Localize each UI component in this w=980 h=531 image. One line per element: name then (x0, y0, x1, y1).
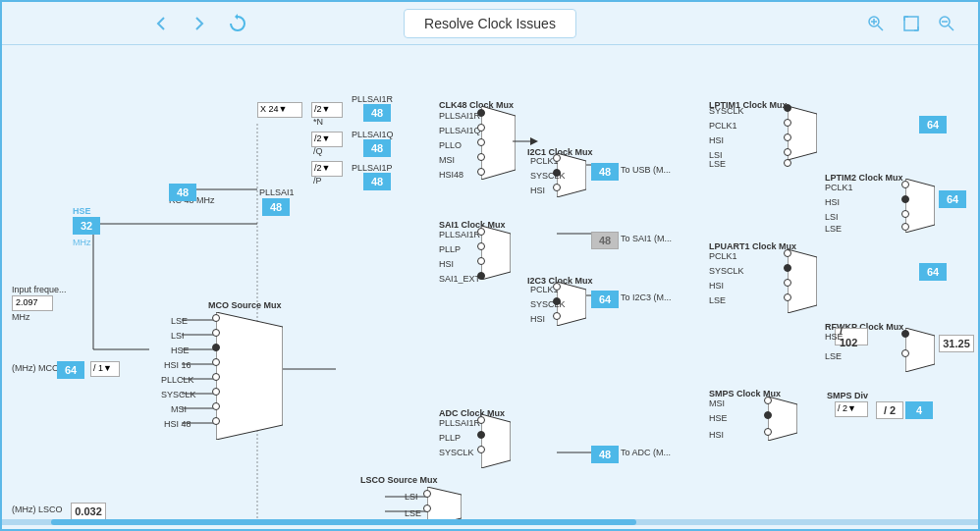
msi-mco-label: MSI (171, 404, 187, 414)
zoom-in-icon[interactable] (864, 12, 888, 35)
hse-rfwkp-label: HSE (825, 332, 844, 342)
adc-conn3 (477, 446, 485, 453)
hsi-sai-label: HSI (439, 259, 454, 269)
back-icon[interactable] (149, 12, 173, 35)
forward-icon[interactable] (188, 12, 211, 35)
zoom-out-icon[interactable] (935, 12, 958, 35)
scrollbar-thumb[interactable] (51, 519, 636, 525)
mco-conn4 (212, 358, 220, 366)
svg-line-2 (878, 26, 883, 30)
rc48-value: 48 (169, 184, 196, 201)
lsi-lptim2-label: LSI (825, 212, 839, 222)
mco-conn7 (212, 402, 220, 410)
pllsai1p-value: 48 (363, 173, 391, 190)
sysclk-mco-label: SYSCLK (161, 390, 196, 399)
input-freq-input[interactable]: 2.097 (12, 295, 53, 311)
sysclk-adc-label: SYSCLK (439, 448, 474, 457)
x24-select[interactable]: X 24▼ (257, 102, 302, 118)
lptim2-conn1 (901, 181, 909, 188)
lse-lptim2-label: LSE (825, 224, 842, 234)
hsi48-mco-label: HSI 48 (164, 419, 191, 429)
pllp-adc-label: PLLP (439, 433, 461, 443)
hsi-lptim1-label: HSI (709, 135, 724, 145)
pllsai1r-sai-label: PLLSAI1R (439, 230, 480, 239)
expand-icon[interactable] (899, 12, 923, 35)
pllsai1q-label: PLLSAI1Q (352, 130, 394, 139)
rfwkp-conn1 (901, 330, 909, 338)
smps-div-select[interactable]: / 2▼ (835, 401, 868, 417)
sai1-conn1 (477, 228, 485, 236)
adc-conn2 (477, 431, 485, 439)
mco-out-label: (MHz) MCO (12, 363, 59, 373)
rfwkp-conn2 (901, 349, 909, 357)
mco-div-select[interactable]: / 1▼ (90, 361, 120, 377)
i2c3-conn1 (553, 283, 561, 291)
svg-marker-34 (216, 312, 283, 440)
pllsai1-label: PLLSAI1 (259, 187, 295, 197)
hse-unit: MHz (73, 238, 91, 247)
lptim1-mux-shape (788, 106, 817, 160)
lptim2-label: LPTIM2 Clock Mux (825, 173, 903, 183)
clk48-conn4 (477, 153, 485, 161)
hse-smps-label: HSE (709, 413, 728, 423)
toolbar-title: Resolve Clock Issues (404, 9, 576, 38)
lse-mco-label: LSE (171, 316, 188, 326)
hsi-lptim2-label: HSI (825, 197, 840, 207)
main-container: Resolve Clock Issues (0, 0, 980, 531)
toolbar: Resolve Clock Issues (2, 2, 978, 45)
clk48-conn2 (477, 124, 485, 132)
pllo-clk-label: PLLO (439, 140, 462, 150)
i2c3-out-value: 64 (591, 291, 619, 308)
lsi-lsco-label: LSI (405, 492, 418, 502)
lpuart1-conn3 (784, 279, 791, 287)
hsi-i2c1-label: HSI (530, 186, 545, 195)
n2-select[interactable]: /2▼ (311, 102, 343, 118)
sai1-conn3 (477, 257, 485, 265)
input-unit: MHz (12, 312, 30, 322)
sysclk-lpuart-label: SYSCLK (709, 266, 744, 276)
mco-conn8 (212, 417, 220, 425)
i2c1-conn1 (553, 154, 561, 162)
diagram-canvas: X 24▼ /2▼ *N /2▼ /Q /2▼ /P PLLSAI1R 48 P… (2, 45, 978, 525)
clk48-conn3 (477, 138, 485, 146)
msi-smps-label: MSI (709, 398, 725, 408)
q2-select[interactable]: /2▼ (311, 132, 343, 147)
sai1-conn4 (477, 272, 485, 280)
lse-lpuart-label: LSE (709, 295, 726, 305)
lptim1-conn2 (784, 119, 791, 127)
p-label: /P (313, 176, 322, 186)
hsi48-clk-label: HSI48 (439, 170, 463, 180)
clk48-mux-shape (481, 106, 516, 180)
lptim1-out-value: 64 (919, 116, 947, 133)
sysclk-lptim1-label: SYSCLK (709, 106, 744, 116)
i2c3-conn2 (553, 297, 561, 305)
p2-select[interactable]: /2▼ (311, 161, 343, 177)
hsi16-mco-label: HSI 16 (164, 360, 191, 370)
lpuart1-conn2 (784, 264, 791, 272)
sai1-conn2 (477, 242, 485, 250)
svg-marker-42 (905, 179, 935, 233)
lptim2-out-value: 64 (939, 190, 966, 208)
lsco-conn2 (423, 504, 431, 512)
i2c3-out-to: To I2C3 (M... (621, 292, 672, 302)
mco-conn5 (212, 373, 220, 381)
pllsai1p-label: PLLSAI1P (352, 163, 393, 173)
lptim1-conn3 (784, 133, 791, 141)
mco-mux-shape (216, 312, 283, 440)
svg-marker-44 (905, 328, 935, 372)
smps-conn3 (764, 428, 772, 436)
pllsai1q-value: 48 (363, 139, 391, 157)
mco-conn1 (212, 314, 220, 322)
adc-out-value: 48 (591, 446, 619, 463)
mco-out-value: 64 (57, 361, 84, 379)
hsi-smps-label: HSI (709, 430, 724, 440)
lpuart1-conn4 (784, 293, 791, 301)
horizontal-scrollbar[interactable] (2, 519, 978, 525)
adc-mux-shape (481, 414, 511, 468)
svg-marker-40 (481, 414, 511, 468)
clk48-conn1 (477, 109, 485, 117)
diagram-area: X 24▼ /2▼ *N /2▼ /Q /2▼ /P PLLSAI1R 48 P… (2, 45, 978, 525)
svg-marker-47 (530, 137, 538, 145)
refresh-icon[interactable] (226, 12, 249, 35)
pllsai1-value: 48 (262, 198, 290, 216)
